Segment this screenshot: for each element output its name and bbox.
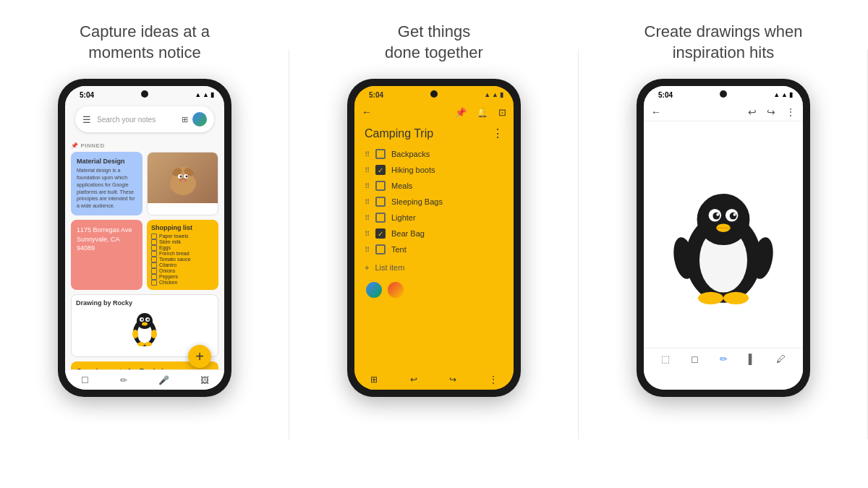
note-material-design[interactable]: Material Design Material design is a fou… (71, 152, 142, 215)
image-icon[interactable]: 🖼 (200, 375, 209, 385)
undo-icon[interactable]: ↩ (410, 374, 417, 385)
check-item-backpacks: ⠿ Backpacks (360, 146, 508, 162)
phone-camera-1 (141, 90, 148, 98)
notes-grid: Material Design Material design is a fou… (65, 152, 224, 290)
phone-screen-2: 5:04 ▲ ▲ ▮ ← 📌 🔔 ⊡ Camping Trip ⋮ (354, 86, 514, 390)
battery-icon-3: ▮ (789, 91, 793, 98)
shopping-list-title: Shopping list (151, 224, 214, 231)
back-button-3[interactable]: ← (651, 106, 661, 118)
check-item-bearbag: ⠿ ✓ Bear Bag (360, 226, 508, 241)
label-backpacks: Backpacks (391, 150, 503, 158)
label-tent: Tent (391, 245, 503, 254)
wifi-icon-3: ▲ (781, 91, 788, 98)
note-shopping-list[interactable]: Shopping list Paper towels Skim milk Egg… (147, 220, 218, 290)
add-list-item[interactable]: + List item (354, 260, 514, 275)
check-item-lighter: ⠿ Lighter (360, 210, 508, 226)
archive-icon[interactable]: ⊡ (498, 107, 506, 118)
voice-icon[interactable]: 🎤 (158, 375, 169, 385)
lasso-tool-icon[interactable]: ⬚ (661, 354, 670, 364)
drawing-rocky-title: Drawing by Rocky (76, 299, 213, 307)
drag-handle: ⠿ (365, 150, 370, 158)
undo-draw-icon[interactable]: ↩ (748, 106, 757, 118)
phone-1: 5:04 ▲ ▲ ▮ ☰ Search your notes ⊞ (58, 79, 231, 397)
svg-point-7 (185, 176, 187, 178)
status-icons-3: ▲ ▲ ▮ (773, 91, 793, 98)
user-avatar[interactable] (192, 112, 207, 127)
more-bottom-icon[interactable]: ⋮ (489, 374, 498, 385)
section-title-3: Create drawings when inspiration hits (644, 22, 803, 63)
check-item-sleeping: ⠿ Sleeping Bags (360, 194, 508, 210)
note-address[interactable]: 1175 Borregas Ave Sunnyvale, CA 94089 (71, 220, 142, 290)
menu-icon[interactable]: ☰ (82, 114, 91, 125)
collaborator-1-avatar[interactable] (365, 281, 383, 299)
redo-icon[interactable]: ↪ (449, 374, 456, 385)
more-options-icon[interactable]: ⋮ (492, 127, 503, 140)
phone-screen-3: 5:04 ▲ ▲ ▮ ← ↩ ↪ ⋮ (644, 86, 803, 390)
svg-point-24 (698, 194, 749, 244)
reminder-icon[interactable]: 🔔 (477, 107, 488, 118)
pen-tool-icon[interactable]: ✏ (720, 354, 728, 364)
wifi-icon-2: ▲ (492, 91, 498, 98)
drawing-header: ← ↩ ↪ ⋮ (644, 103, 803, 121)
collaborator-2-avatar[interactable] (386, 281, 405, 299)
checkbox-tent[interactable] (375, 244, 386, 254)
collaborators-area (354, 275, 514, 305)
note-dog-image[interactable] (147, 152, 218, 215)
section-title-1: Capture ideas at a moments notice (80, 22, 210, 63)
drag-handle: ⠿ (365, 166, 370, 174)
label-hiking: Hiking boots (391, 166, 503, 174)
add-icon: + (365, 263, 369, 272)
svg-point-17 (142, 322, 148, 325)
dog-image (148, 153, 218, 203)
more-draw-icon[interactable]: ⋮ (786, 106, 796, 118)
checkbox-hiking[interactable]: ✓ (375, 165, 386, 175)
phone-camera-2 (430, 90, 438, 98)
phone-screen-1: 5:04 ▲ ▲ ▮ ☰ Search your notes ⊞ (65, 86, 224, 390)
battery-icon-2: ▮ (500, 91, 503, 98)
checkbox-bearbag[interactable]: ✓ (375, 228, 386, 239)
pin-icon: 📌 (71, 142, 79, 149)
add-note-icon-2[interactable]: ⊞ (370, 374, 378, 385)
draw-icon[interactable]: ✏ (120, 375, 127, 385)
check-mark: ✓ (378, 166, 383, 174)
svg-point-35 (698, 291, 723, 304)
checkbox-sleeping[interactable] (375, 197, 386, 207)
label-meals: Meals (391, 181, 503, 190)
check-item-meals: ⠿ Meals (360, 178, 508, 194)
section-capture: Capture ideas at a moments notice 5:04 ▲… (0, 0, 289, 488)
drag-handle: ⠿ (365, 246, 370, 254)
bottom-nav-1: ☐ ✏ 🎤 🖼 (65, 369, 224, 390)
pin-header-icon[interactable]: 📌 (455, 107, 467, 118)
svg-point-20 (137, 342, 145, 346)
add-item-label: List item (375, 263, 404, 272)
bottom-spacer-3 (644, 369, 803, 390)
checkbox-backpacks[interactable] (375, 149, 386, 159)
check-mark: ✓ (378, 230, 383, 238)
svg-point-9 (181, 179, 185, 182)
marker-tool-icon[interactable]: ▌ (749, 354, 755, 364)
grid-view-icon[interactable]: ⊞ (182, 115, 188, 124)
drag-handle: ⠿ (365, 198, 370, 206)
checklist-header: ← 📌 🔔 ⊡ (354, 103, 514, 121)
checklist-items: ⠿ Backpacks ⠿ ✓ Hiking boots ⠿ Meals (354, 143, 514, 260)
brush-tool-icon[interactable]: 🖊 (776, 354, 786, 364)
signal-icon-2: ▲ (484, 91, 490, 98)
svg-point-18 (132, 330, 138, 338)
status-icons-2: ▲ ▲ ▮ (484, 91, 503, 98)
search-input[interactable]: Search your notes (97, 116, 176, 124)
back-button-2[interactable]: ← (362, 106, 372, 118)
checklist-title-area: Camping Trip ⋮ (354, 121, 514, 143)
battery-icon: ▮ (210, 91, 214, 98)
svg-point-12 (137, 313, 153, 329)
shopping-items: Paper towels Skim milk Eggs French bread… (151, 234, 214, 286)
checkbox-lighter[interactable] (375, 213, 386, 223)
new-note-icon[interactable]: ☐ (81, 375, 89, 385)
drawing-canvas[interactable] (644, 121, 803, 369)
redo-draw-icon[interactable]: ↪ (767, 106, 775, 118)
fab-button[interactable]: + (188, 345, 211, 368)
check-item-hiking: ⠿ ✓ Hiking boots (360, 162, 508, 178)
penguin-large-illustration (665, 184, 781, 307)
section-drawing: Create drawings when inspiration hits 5:… (579, 0, 868, 488)
checkbox-meals[interactable] (375, 181, 386, 191)
eraser-tool-icon[interactable]: ◻ (691, 354, 699, 364)
